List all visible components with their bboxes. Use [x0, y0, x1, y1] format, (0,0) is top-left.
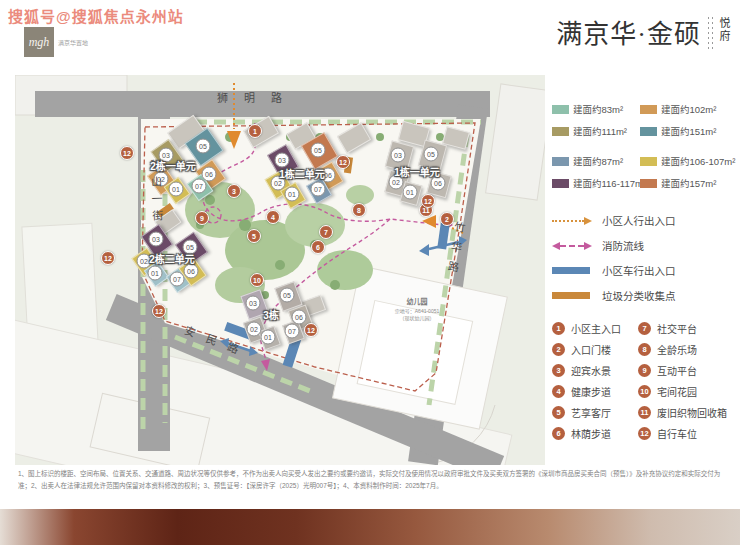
legend-route-label: 小区人行出入口 — [602, 213, 676, 228]
legend-point-label: 全龄乐场 — [657, 342, 697, 357]
solid-bar-icon — [552, 292, 592, 299]
legend-point-number: 12 — [638, 427, 651, 440]
map-marker-6: 6 — [311, 240, 325, 254]
map-marker-12: 12 — [304, 323, 318, 337]
unit-number-badge: 03 — [246, 296, 261, 311]
unit-number-badge: 01 — [148, 266, 163, 281]
brand-motto-line — [708, 17, 709, 49]
kindergarten-status: （现状幼儿园） — [367, 315, 467, 323]
cluster-label-c3: 3栋 — [263, 307, 279, 322]
arrow-right-icon — [584, 217, 592, 225]
publisher-logo-mark: mgh — [24, 27, 54, 57]
legend-area-label: 建面约157m² — [661, 176, 716, 190]
legend-point-number: 1 — [552, 322, 565, 335]
legend-point-item: 5艺享客厅 — [552, 402, 632, 423]
legend-area-item: 建面约87m² — [552, 150, 640, 172]
unit-number-badge: 05 — [196, 139, 211, 154]
legend-color-swatch — [640, 157, 657, 166]
unit-number-badge: 07 — [311, 182, 326, 197]
map-marker-5: 5 — [247, 229, 261, 243]
legend-area-item: 建面约116-117m² — [552, 172, 640, 194]
legend-route-item: 垃圾分类收集点 — [552, 283, 738, 308]
legend-color-swatch — [640, 105, 657, 114]
map-marker-12: 12 — [120, 146, 134, 160]
unit-number-badge: 06 — [292, 310, 307, 325]
bottom-gradient-bar — [0, 509, 740, 545]
unit-number-badge: 06 — [184, 264, 199, 279]
unit-number-badge: 07 — [192, 179, 207, 194]
legend-area-item: 建面约83m² — [552, 98, 640, 120]
legend-color-swatch — [640, 127, 657, 136]
unit-number-badge: 07 — [170, 272, 185, 287]
kindergarten-label: 幼儿园 宗地号：A641-0051 （现状幼儿园） — [367, 297, 467, 323]
legend-point-label: 迎宾水景 — [571, 363, 611, 378]
brand-side: 悦府 — [708, 17, 732, 49]
map-marker-12: 12 — [336, 155, 350, 169]
cluster-label-c2-1: 2栋一单元 — [150, 158, 196, 173]
arrow-right-icon — [584, 242, 592, 250]
unit-number-badge: 03 — [149, 232, 164, 247]
unit-number-badge: 05 — [311, 143, 326, 158]
brand-logo: 满京华·金硕 悦府 — [556, 13, 732, 50]
legend-area-label: 建面约102m² — [661, 102, 716, 116]
unit-number-badge: 02 — [247, 322, 262, 337]
legend-point-number: 11 — [638, 406, 651, 419]
legend-area-label: 建面约83m² — [573, 102, 623, 116]
legend-color-swatch — [552, 105, 569, 114]
solid-bar — [552, 267, 590, 274]
sohu-watermark: 搜狐号@搜狐焦点永州站 — [8, 5, 184, 26]
dashed-double-arrow-icon — [552, 242, 592, 250]
dotted-line — [552, 220, 584, 222]
publisher-logo: mgh 满京华置地 — [24, 27, 88, 57]
legend-point-item: 12自行车位 — [638, 423, 738, 444]
legend-point-item: 3迎宾水景 — [552, 360, 632, 381]
page: 搜狐号@搜狐焦点永州站 mgh 满京华置地 满京华·金硕 悦府 — [0, 0, 740, 545]
legend-point-number: 3 — [552, 364, 565, 377]
legend-point-item: 1小区主入口 — [552, 318, 632, 339]
legend-numbered-points: 1小区主入口2入口门楼3迎宾水景4健康步道5艺享客厅6林荫步道7社交平台8全龄乐… — [552, 318, 738, 444]
dashed-line — [560, 245, 584, 247]
unit-number-badge: 05 — [280, 288, 295, 303]
map-marker-4: 4 — [266, 210, 280, 224]
legend-point-number: 2 — [552, 343, 565, 356]
legend-point-item: 4健康步道 — [552, 381, 632, 402]
map-marker-12: 12 — [421, 194, 435, 208]
brand-title: 满京华·金硕 — [556, 13, 701, 50]
legend-area-item: 建面约102m² — [640, 98, 738, 120]
legend-route-label: 垃圾分类收集点 — [602, 288, 676, 303]
legend-route-label: 消防流线 — [602, 238, 644, 253]
legend-panel: 建面约83m²建面约102m²建面约111m²建面约151m²建面约87m²建面… — [552, 98, 738, 444]
map-marker-10: 10 — [250, 273, 264, 287]
legend-color-swatch — [552, 157, 569, 166]
legend-point-label: 互动平台 — [657, 363, 697, 378]
legend-color-swatch — [640, 179, 657, 188]
legend-area-label: 建面约106-107m² — [661, 154, 735, 168]
legend-area-item: 建面约157m² — [640, 172, 738, 194]
legend-point-item: 8全龄乐场 — [638, 339, 738, 360]
disclaimer-text: 1、图上标识的楼距、空间布局、位置关系、交通道路、周边状况等仅供参考，不作为出卖… — [18, 468, 724, 491]
legend-area-item: 建面约111m² — [552, 120, 640, 142]
legend-point-number: 7 — [638, 322, 651, 335]
legend-route-label: 小区车行出入口 — [602, 263, 676, 278]
legend-route-item: 小区人行出入口 — [552, 208, 738, 233]
legend-point-label: 小区主入口 — [571, 321, 621, 336]
map-marker-8: 8 — [352, 203, 366, 217]
legend-area-label: 建面约87m² — [573, 154, 623, 168]
map-marker-12: 12 — [101, 251, 115, 265]
map-marker-12: 12 — [152, 304, 166, 318]
arrow-left-icon — [552, 242, 560, 250]
legend-point-label: 艺享客厅 — [571, 405, 611, 420]
map-marker-9: 9 — [195, 211, 209, 225]
solid-bar-icon — [552, 267, 592, 274]
legend-point-label: 林荫步道 — [571, 426, 611, 441]
legend-point-item: 6林荫步道 — [552, 423, 632, 444]
brand-motto-line — [712, 17, 713, 49]
legend-point-number: 6 — [552, 427, 565, 440]
legend-color-swatch — [552, 179, 569, 188]
legend-area-label: 建面约111m² — [573, 124, 627, 138]
legend-area-item: 建面约151m² — [640, 120, 738, 142]
legend-point-number: 10 — [638, 385, 651, 398]
legend-area-label: 建面约151m² — [661, 124, 716, 138]
legend-color-swatch — [552, 127, 569, 136]
legend-point-label: 自行车位 — [657, 426, 697, 441]
